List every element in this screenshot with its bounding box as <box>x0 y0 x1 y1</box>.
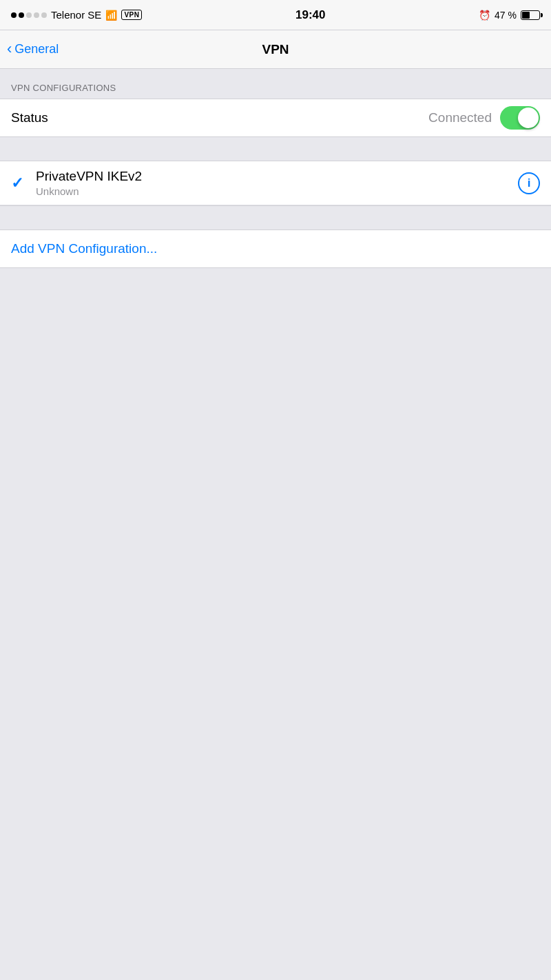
battery-icon <box>521 10 540 20</box>
add-vpn-label: Add VPN Configuration... <box>11 241 157 256</box>
signal-dot-5 <box>41 12 47 18</box>
nav-title: VPN <box>262 42 289 57</box>
back-label: General <box>14 42 59 57</box>
status-row: Status Connected <box>0 99 551 136</box>
nav-bar: ‹ General VPN <box>0 30 551 69</box>
vpn-badge: VPN <box>121 10 142 20</box>
carrier-name: Telenor SE <box>51 9 101 21</box>
signal-dots <box>11 12 47 18</box>
status-label: Status <box>11 110 48 125</box>
status-bar-time: 19:40 <box>295 8 325 22</box>
alarm-icon: ⏰ <box>479 10 490 21</box>
spacer-2 <box>0 206 551 229</box>
vpn-config-text: PrivateVPN IKEv2 Unknown <box>36 169 518 197</box>
vpn-toggle[interactable] <box>500 106 540 130</box>
vpn-config-group: ✓ PrivateVPN IKEv2 Unknown i <box>0 161 551 206</box>
status-bar-left: Telenor SE 📶 VPN <box>11 9 142 21</box>
add-vpn-row[interactable]: Add VPN Configuration... <box>0 229 551 268</box>
back-button[interactable]: ‹ General <box>7 42 59 57</box>
status-bar-right: ⏰ 47 % <box>479 10 540 21</box>
signal-dot-4 <box>34 12 39 18</box>
status-row-right: Connected <box>428 106 540 130</box>
status-bar: Telenor SE 📶 VPN 19:40 ⏰ 47 % <box>0 0 551 30</box>
vpn-config-name: PrivateVPN IKEv2 <box>36 169 518 184</box>
signal-dot-3 <box>26 12 32 18</box>
spacer-1 <box>0 137 551 161</box>
status-group: Status Connected <box>0 99 551 137</box>
battery-percent: 47 % <box>495 10 517 21</box>
signal-dot-2 <box>19 12 24 18</box>
status-value: Connected <box>428 110 492 125</box>
info-button[interactable]: i <box>518 172 540 194</box>
checkmark-icon: ✓ <box>11 174 23 192</box>
back-chevron-icon: ‹ <box>7 41 12 57</box>
bottom-area <box>0 268 551 751</box>
info-icon: i <box>528 176 531 190</box>
toggle-knob <box>518 108 539 128</box>
battery-fill <box>522 12 530 19</box>
signal-dot-1 <box>11 12 17 18</box>
vpn-config-status: Unknown <box>36 185 518 197</box>
vpn-config-row[interactable]: ✓ PrivateVPN IKEv2 Unknown i <box>0 161 551 205</box>
vpn-configurations-label: VPN CONFIGURATIONS <box>0 69 551 99</box>
wifi-icon: 📶 <box>105 10 117 21</box>
